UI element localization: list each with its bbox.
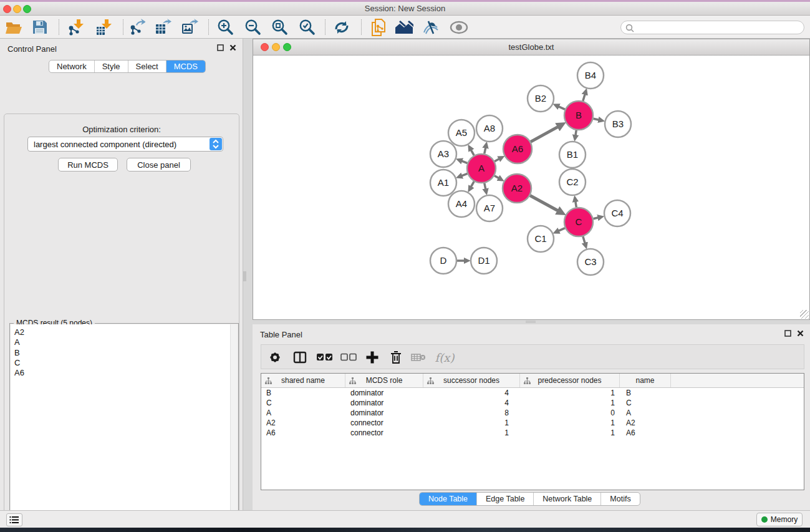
graph-edge[interactable] (471, 150, 474, 155)
table-cell: B (620, 389, 671, 397)
graph-edge[interactable] (576, 130, 576, 136)
function-builder-icon[interactable]: f(x) (431, 349, 458, 366)
float-panel-icon[interactable] (217, 44, 224, 51)
import-table-icon[interactable] (92, 18, 115, 36)
deselect-all-icon[interactable] (339, 349, 359, 366)
import-network-icon[interactable] (64, 18, 87, 36)
column-header-successor-nodes[interactable]: successor nodes (423, 374, 520, 387)
graph-edge[interactable] (558, 107, 565, 110)
table-row[interactable]: A2connector11A2 (261, 418, 804, 428)
graph-edge[interactable] (461, 161, 468, 163)
window-resize-grip[interactable] (800, 310, 809, 319)
graph-node-label: B3 (612, 118, 624, 129)
column-header-MCDS-role[interactable]: MCDS role (345, 374, 423, 387)
result-item[interactable]: B (14, 348, 238, 358)
optimization-criterion-select[interactable]: largest connected component (directed) (27, 137, 223, 152)
show-details-icon[interactable] (448, 18, 470, 36)
export-network-icon[interactable] (125, 18, 148, 36)
horizontal-splitter-handle[interactable] (526, 321, 536, 323)
create-column-icon[interactable] (362, 349, 382, 366)
close-table-panel-icon[interactable] (797, 330, 804, 337)
close-panel-button[interactable]: Close panel (127, 158, 191, 172)
graph-edge[interactable] (471, 181, 474, 187)
table-row[interactable]: Adominator80A (261, 408, 804, 418)
table-cell: A2 (620, 418, 671, 427)
table-cell: 0 (520, 409, 620, 417)
graph-node-label: A5 (456, 127, 467, 138)
apply-layout-icon[interactable] (330, 18, 353, 36)
desktop-background-bottom (0, 528, 810, 532)
tab-motifs[interactable]: Motifs (601, 493, 639, 505)
zoom-selected-icon[interactable] (296, 18, 318, 36)
clone-network-icon[interactable] (367, 18, 390, 36)
network-canvas[interactable]: B4B2BB3A5A8A6A3B1AA1C2A2A4A7C4CC1C3DD1 (254, 56, 809, 319)
mcds-result-list[interactable]: A2ABCA6 (11, 324, 238, 532)
table-header-row: shared nameMCDS rolesuccessor nodesprede… (261, 374, 804, 388)
table-row[interactable]: Bdominator41B (261, 388, 804, 398)
table-options-icon[interactable] (265, 349, 285, 366)
show-columns-icon[interactable] (290, 349, 310, 366)
app-titlebar: Session: New Session (0, 2, 810, 16)
open-file-icon[interactable] (2, 18, 25, 36)
close-panel-icon[interactable] (229, 44, 236, 51)
destroy-table-icon[interactable] (408, 349, 428, 366)
graph-edge[interactable] (593, 118, 599, 120)
column-header-predecessor-nodes[interactable]: predecessor nodes (520, 374, 620, 387)
graph-node-label: C1 (534, 233, 546, 244)
task-history-button[interactable] (6, 513, 22, 526)
mcds-panel: Optimization criterion: largest connecte… (4, 114, 239, 532)
result-item[interactable]: C (14, 358, 238, 368)
table-row[interactable]: Cdominator41C (261, 398, 804, 408)
zoom-fit-icon[interactable] (268, 18, 291, 36)
run-mcds-button[interactable]: Run MCDS (58, 158, 118, 172)
result-item[interactable]: A (14, 337, 238, 347)
result-item[interactable]: A2 (14, 327, 238, 337)
table-cell: 4 (423, 399, 520, 407)
list-icon (9, 516, 19, 524)
export-table-icon[interactable] (152, 18, 174, 36)
tab-network[interactable]: Network (49, 60, 95, 72)
graph-edge[interactable] (558, 228, 565, 231)
table-row[interactable]: A6connector11A6 (261, 428, 804, 438)
network-window-titlebar[interactable]: testGlobe.txt (253, 39, 809, 56)
tab-network-table[interactable]: Network Table (534, 493, 601, 505)
graph-edge[interactable] (494, 159, 499, 162)
graph-edge[interactable] (494, 176, 499, 178)
table-toolbar: f(x) (261, 344, 804, 369)
zoom-in-icon[interactable] (214, 18, 236, 36)
result-item[interactable]: A6 (14, 368, 238, 378)
vertical-splitter-handle[interactable] (243, 271, 246, 281)
graph-edge[interactable] (530, 195, 558, 211)
zoom-out-icon[interactable] (241, 18, 264, 36)
graph-edge[interactable] (531, 127, 559, 142)
graph-edge[interactable] (485, 147, 486, 153)
tab-style[interactable]: Style (95, 60, 128, 72)
export-image-icon[interactable] (178, 18, 201, 36)
hide-details-icon[interactable] (420, 18, 442, 36)
tab-select[interactable]: Select (128, 60, 166, 72)
table-cell: B (261, 389, 345, 397)
graph-edge[interactable] (461, 173, 468, 176)
save-session-icon[interactable] (28, 18, 51, 36)
graph-edge[interactable] (583, 94, 585, 101)
table-cell: dominator (345, 389, 423, 397)
table-cell: 4 (423, 389, 520, 397)
column-header-shared-name[interactable]: shared name (261, 374, 345, 387)
search-input[interactable] (620, 21, 804, 34)
first-neighbors-icon[interactable] (393, 18, 415, 36)
graph-edge[interactable] (485, 183, 486, 190)
tab-mcds[interactable]: MCDS (166, 60, 205, 72)
table-cell: 1 (520, 428, 620, 437)
float-table-panel-icon[interactable] (784, 330, 791, 337)
tab-edge-table[interactable]: Edge Table (477, 493, 534, 505)
column-header-name[interactable]: name (620, 374, 671, 387)
delete-column-icon[interactable] (386, 349, 406, 366)
select-all-icon[interactable] (315, 349, 335, 366)
tab-node-table[interactable]: Node Table (420, 493, 477, 505)
graph-edge[interactable] (583, 236, 585, 243)
graph-edge[interactable] (593, 218, 598, 219)
result-scrollbar[interactable] (230, 324, 238, 532)
memory-button[interactable]: Memory (756, 513, 803, 526)
graph-edge[interactable] (576, 201, 577, 208)
graph-node-label: A2 (511, 183, 523, 193)
